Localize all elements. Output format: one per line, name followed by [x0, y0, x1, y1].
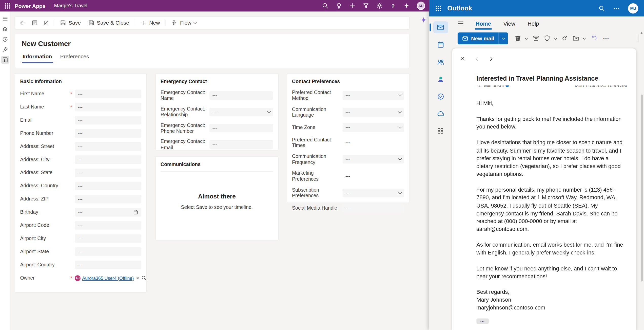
todo-nav-icon[interactable]	[433, 90, 448, 102]
emergency-contact-phone-input[interactable]: ---	[209, 124, 273, 133]
sweep-icon[interactable]	[560, 33, 570, 44]
copilot-pane-toggle-icon[interactable]	[420, 16, 427, 23]
copilot-icon[interactable]	[403, 3, 410, 9]
airport-state-input[interactable]: ---	[75, 247, 141, 256]
next-message-icon[interactable]	[487, 54, 496, 63]
edit-form-icon[interactable]	[41, 18, 51, 28]
tab-home[interactable]: Home	[475, 17, 492, 29]
onedrive-nav-icon[interactable]	[433, 108, 448, 120]
app-name[interactable]: Margie's Travel	[54, 3, 87, 9]
owner-search-icon[interactable]	[141, 275, 147, 281]
undo-icon[interactable]	[589, 33, 598, 44]
birthday-date-input[interactable]: ---	[75, 208, 141, 216]
calendar-icon[interactable]	[133, 210, 138, 215]
marketing-preferences-value[interactable]: ---	[343, 173, 404, 179]
address-city-input[interactable]: ---	[75, 155, 141, 164]
new-record-button[interactable]: New	[138, 18, 163, 27]
message-paragraph: I love desintations that bring me closer…	[476, 139, 626, 178]
section-title: Basic Information	[20, 79, 141, 84]
search-icon[interactable]	[598, 5, 605, 11]
back-icon[interactable]	[18, 18, 28, 28]
field-email: Email ---	[20, 116, 141, 124]
emergency-contact-name-input[interactable]: ---	[209, 91, 273, 100]
communication-language-select[interactable]: ---	[343, 108, 404, 117]
owner-lookup-control[interactable]: AU Aurora365 User4 (Offline) ✕	[75, 274, 141, 282]
groups-nav-icon[interactable]	[433, 73, 448, 85]
address-country-input[interactable]: ---	[75, 182, 141, 190]
archive-icon[interactable]	[531, 33, 540, 44]
recent-clock-icon[interactable]	[1, 35, 9, 43]
people-nav-icon[interactable]	[433, 56, 448, 68]
show-trimmed-content-button[interactable]: ⋯	[476, 319, 489, 324]
owner-record-link[interactable]: Aurora365 User4 (Offline)	[82, 276, 134, 280]
chevron-down-icon	[398, 110, 402, 114]
pinned-icon[interactable]	[1, 46, 9, 53]
move-to-folder-icon[interactable]	[572, 33, 581, 44]
to-line[interactable]: To: Miti Joshi	[476, 85, 504, 88]
airport-code-input[interactable]: ---	[75, 221, 141, 230]
required-asterisk: *	[70, 91, 75, 97]
scrollbar-up-arrow[interactable]	[640, 32, 643, 34]
calendar-nav-icon[interactable]	[433, 39, 448, 50]
ribbon-collapse-icon[interactable]	[638, 34, 638, 42]
tab-preferences[interactable]: Preferences	[59, 53, 90, 63]
delete-icon[interactable]	[514, 33, 523, 44]
airport-city-input[interactable]: ---	[75, 234, 141, 243]
previous-message-icon[interactable]	[472, 54, 481, 63]
subscription-preferences-select[interactable]: ---	[343, 189, 404, 197]
save-button[interactable]: Save	[57, 18, 84, 27]
preferred-contact-times-value[interactable]: ---	[343, 140, 404, 145]
save-and-close-button[interactable]: Save & Close	[85, 18, 132, 27]
more-apps-icon[interactable]	[433, 125, 448, 137]
scrollbar[interactable]	[640, 30, 644, 330]
outlook-header: Outlook ⋯ MJ	[429, 0, 644, 16]
search-icon[interactable]	[322, 3, 328, 9]
remove-owner-icon[interactable]: ✕	[135, 276, 140, 280]
new-mail-dropdown[interactable]	[499, 32, 508, 44]
settings-gear-icon[interactable]	[376, 3, 383, 9]
lightbulb-icon[interactable]	[336, 3, 342, 9]
app-launcher-icon[interactable]	[4, 3, 11, 9]
new-mail-button[interactable]: New mail	[458, 32, 499, 44]
sitemap-toggle-icon[interactable]	[1, 15, 9, 23]
email-input[interactable]: ---	[75, 116, 141, 124]
report-dropdown-chevron[interactable]	[554, 36, 557, 40]
address-state-input[interactable]: ---	[75, 169, 141, 177]
emergency-contact-email-input[interactable]: ---	[209, 140, 273, 149]
phone-number-input[interactable]: ---	[75, 129, 141, 138]
tab-information[interactable]: Information	[22, 53, 53, 63]
mail-nav-icon[interactable]	[433, 21, 448, 33]
scrollbar-thumb[interactable]	[641, 95, 643, 282]
more-options-icon[interactable]: ⋯	[613, 5, 620, 11]
current-table-icon[interactable]	[1, 56, 9, 64]
address-street-input[interactable]: ---	[75, 142, 141, 151]
communication-frequency-select[interactable]: ---	[343, 155, 404, 164]
chevron-down-icon	[398, 125, 402, 129]
address-zip-input[interactable]: ---	[75, 195, 141, 204]
help-icon[interactable]: ?	[390, 3, 396, 9]
preferred-contact-method-select[interactable]: ---	[343, 91, 404, 100]
home-icon[interactable]	[1, 25, 9, 33]
tab-help[interactable]: Help	[527, 17, 540, 29]
form-switcher-icon[interactable]	[29, 18, 40, 28]
delete-dropdown-chevron[interactable]	[525, 36, 528, 40]
account-avatar[interactable]: MJ	[628, 3, 638, 13]
move-to-dropdown-chevron[interactable]	[583, 36, 586, 40]
tab-view[interactable]: View	[502, 17, 516, 29]
filter-icon[interactable]	[363, 3, 369, 9]
time-zone-select[interactable]: ---	[343, 123, 404, 132]
hamburger-menu-icon[interactable]	[458, 20, 464, 27]
more-commands-icon[interactable]: ⋯	[600, 34, 612, 42]
first-name-input[interactable]: ---	[75, 89, 141, 98]
report-shield-icon[interactable]	[542, 33, 552, 44]
account-avatar[interactable]: AU	[417, 2, 425, 10]
quick-create-icon[interactable]	[349, 3, 356, 9]
last-name-input[interactable]: ---	[75, 103, 141, 111]
airport-country-input[interactable]: ---	[75, 261, 141, 269]
close-icon[interactable]	[458, 54, 467, 63]
app-launcher-icon[interactable]	[435, 5, 441, 11]
social-media-handle-input[interactable]: ---	[343, 204, 404, 212]
flow-button[interactable]: Flow	[169, 18, 200, 27]
emergency-contact-relationship-select[interactable]: ---	[209, 107, 273, 116]
field-time-zone: Time Zone ---	[292, 123, 404, 132]
